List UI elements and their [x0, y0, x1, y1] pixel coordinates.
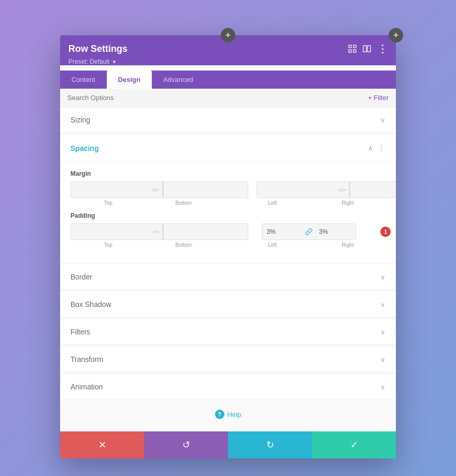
padding-bottom-input[interactable] — [163, 223, 248, 240]
spacing-section-header[interactable]: Spacing ∧ ⋮ — [60, 135, 396, 162]
margin-labels-row: Top Bottom Left Right — [70, 200, 386, 206]
padding-tb-labels: Top Bottom — [70, 242, 221, 248]
margin-right-input[interactable] — [350, 181, 396, 198]
margin-right-field[interactable] — [353, 186, 396, 193]
transform-section-header[interactable]: Transform ∨ — [60, 347, 396, 372]
padding-top-field[interactable] — [74, 228, 152, 235]
filter-button[interactable]: + Filter — [368, 94, 389, 102]
animation-section-header[interactable]: Animation ∨ — [60, 374, 396, 400]
spacing-section-icons: ∧ ⋮ — [368, 143, 386, 153]
margin-top-field[interactable] — [74, 186, 152, 193]
fullscreen-icon[interactable] — [348, 45, 357, 53]
animation-chevron-icon: ∨ — [380, 383, 386, 391]
undo-button[interactable]: ↺ — [144, 431, 228, 458]
modal-tabs: Content Design Advanced — [60, 71, 396, 89]
padding-right-input[interactable]: 3% — [315, 223, 356, 240]
padding-tb-pair: </> — [70, 223, 248, 240]
search-bar: + Filter — [60, 89, 396, 107]
columns-icon[interactable] — [363, 45, 371, 53]
padding-label: Padding — [70, 212, 386, 219]
margin-bottom-input[interactable] — [163, 181, 248, 198]
margin-lr-pair: </> — [256, 181, 396, 198]
margin-bottom-field[interactable] — [167, 186, 245, 193]
spacing-dots-icon[interactable]: ⋮ — [377, 143, 386, 153]
filters-section: Filters ∨ — [60, 319, 396, 345]
filters-chevron-icon: ∨ — [380, 328, 386, 336]
box-shadow-chevron-icon: ∨ — [380, 301, 386, 309]
padding-right-label: Right — [310, 242, 386, 248]
animation-title: Animation — [70, 383, 103, 391]
modal-content: Sizing ∨ Spacing ∧ ⋮ Margin — [60, 107, 396, 431]
sizing-title: Sizing — [70, 116, 90, 124]
padding-top-input[interactable]: </> — [70, 223, 163, 240]
svg-rect-1 — [353, 45, 356, 48]
padding-bottom-label: Bottom — [146, 242, 222, 248]
padding-link-icon[interactable] — [303, 223, 315, 240]
transform-chevron-icon: ∨ — [380, 356, 386, 363]
preset-label: Preset: Default — [68, 58, 109, 65]
svg-rect-0 — [349, 45, 351, 48]
border-section: Border ∨ — [60, 264, 396, 290]
svg-rect-4 — [363, 46, 366, 52]
modal-header-icons: ⋮ — [348, 43, 388, 55]
tab-design[interactable]: Design — [107, 71, 152, 89]
cancel-button[interactable]: ✕ — [60, 431, 144, 458]
more-options-icon[interactable]: ⋮ — [377, 43, 388, 55]
padding-left-input[interactable]: 3% — [262, 223, 303, 240]
save-button[interactable]: ✓ — [312, 431, 396, 458]
svg-rect-2 — [349, 50, 351, 52]
box-shadow-section-header[interactable]: Box Shadow ∨ — [60, 292, 396, 317]
margin-top-input[interactable]: </> — [70, 181, 163, 198]
top-add-right-button[interactable]: + — [389, 28, 403, 43]
margin-top-label: Top — [70, 200, 146, 206]
padding-top-code-icon: </> — [152, 229, 159, 235]
margin-left-field[interactable] — [260, 186, 338, 193]
padding-left-value: 3% — [266, 228, 275, 235]
tab-content[interactable]: Content — [60, 71, 107, 89]
transform-title: Transform — [70, 355, 103, 363]
margin-bottom-label: Bottom — [146, 200, 222, 206]
svg-rect-5 — [367, 46, 370, 52]
margin-tb-labels: Top Bottom — [70, 200, 221, 206]
redo-button[interactable]: ↻ — [228, 431, 312, 458]
padding-bottom-field[interactable] — [167, 228, 245, 235]
tab-advanced[interactable]: Advanced — [152, 71, 205, 89]
box-shadow-section: Box Shadow ∨ — [60, 292, 396, 317]
top-add-center-button[interactable]: + — [221, 28, 235, 43]
margin-top-code-icon: </> — [152, 187, 159, 193]
padding-badge: 1 — [380, 227, 391, 237]
box-shadow-title: Box Shadow — [70, 300, 111, 309]
modal-preset[interactable]: Preset: Default ▼ — [68, 58, 388, 65]
filters-title: Filters — [70, 328, 90, 336]
modal-footer: ✕ ↺ ↻ ✓ — [60, 431, 396, 458]
margin-left-label: Left — [235, 200, 310, 206]
spacing-title: Spacing — [70, 144, 98, 152]
padding-right-value: 3% — [319, 228, 327, 235]
margin-left-code-icon: </> — [338, 187, 345, 193]
border-chevron-icon: ∨ — [380, 273, 386, 281]
transform-section: Transform ∨ — [60, 347, 396, 372]
row-settings-modal: Row Settings — [60, 35, 396, 458]
margin-label: Margin — [70, 170, 386, 177]
margin-left-input[interactable]: </> — [256, 181, 349, 198]
sizing-chevron-icon: ∨ — [380, 116, 386, 124]
spacing-section: Spacing ∧ ⋮ Margin </> — [60, 135, 396, 262]
margin-right-label: Right — [310, 200, 386, 206]
help-icon: ? — [215, 410, 224, 419]
margin-tb-pair: </> — [70, 181, 248, 198]
filters-section-header[interactable]: Filters ∨ — [60, 319, 396, 345]
help-button[interactable]: ? Help — [215, 410, 241, 419]
svg-rect-3 — [353, 50, 356, 52]
padding-left-label: Left — [235, 242, 310, 248]
margin-inputs-row: </> </> — [70, 181, 386, 198]
help-label: Help — [227, 411, 241, 418]
search-input[interactable] — [67, 94, 324, 102]
padding-lr-pair: 3% 3% 1 — [262, 223, 386, 240]
padding-inputs-row: </> 3% — [70, 223, 386, 240]
animation-section: Animation ∨ — [60, 374, 396, 400]
border-section-header[interactable]: Border ∨ — [60, 264, 396, 290]
sizing-section-header[interactable]: Sizing ∨ — [60, 107, 396, 133]
padding-top-label: Top — [70, 242, 146, 248]
modal-title: Row Settings — [68, 44, 127, 54]
sizing-section: Sizing ∨ — [60, 107, 396, 133]
